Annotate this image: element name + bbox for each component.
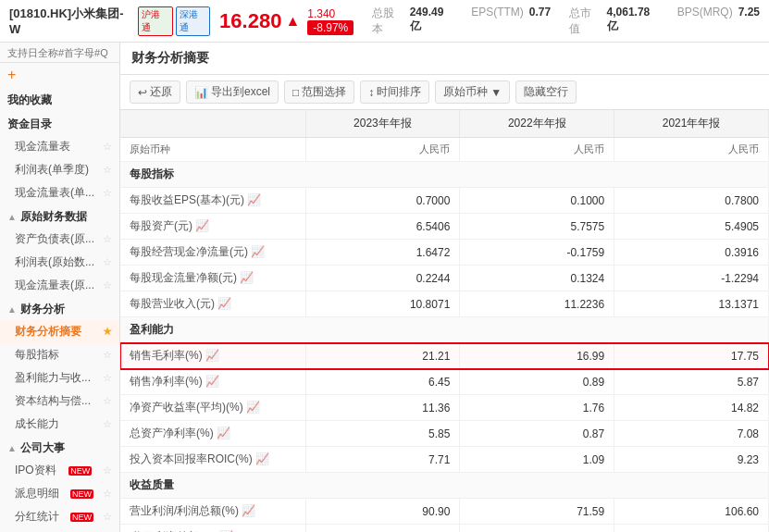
table-row: 每股现金流量净额(元) 📈 0.2244 0.1324 -1.2294: [120, 266, 769, 291]
table-row: 每股营业收入(元) 📈 10.8071 11.2236 13.1371: [120, 291, 769, 317]
sidebar-search-input[interactable]: [7, 47, 120, 58]
sidebar-item-profitability[interactable]: 盈利能力与收... ☆: [0, 366, 119, 390]
metric-name: 销售毛利率(%) 📈: [120, 343, 305, 369]
value-2021: 0.7800: [614, 188, 769, 214]
collapse-icon: ▲: [7, 304, 17, 315]
chart-icon[interactable]: 📈: [195, 219, 209, 232]
sidebar-item-balance[interactable]: 资产负债表(原... ☆: [0, 228, 119, 251]
value-2022: 0.89: [460, 369, 614, 395]
sidebar-item-cashflow-single[interactable]: 现金流量表(单... ☆: [0, 181, 119, 204]
value-2021: 9.23: [614, 447, 769, 473]
sidebar-toolbar: 🔍 ◀: [0, 43, 119, 63]
value-2021: 13.1371: [614, 291, 769, 317]
star-icon[interactable]: ☆: [103, 141, 112, 153]
value-2023: 20.61: [305, 525, 460, 533]
time-sort-button[interactable]: ↕ 时间排序: [360, 80, 429, 104]
stat-total-shares: 总股本 249.49亿: [372, 6, 453, 37]
value-2022: 0.1324: [460, 266, 614, 291]
value-2021: 7.08: [614, 421, 769, 447]
value-2021: 14.82: [614, 395, 769, 421]
star-icon[interactable]: ☆: [103, 256, 112, 268]
table-row: 销售净利率(%) 📈 6.45 0.89 5.87: [120, 369, 769, 395]
chart-icon[interactable]: 📈: [247, 193, 261, 206]
export-excel-button[interactable]: 📊 导出到excel: [186, 80, 279, 104]
star-icon[interactable]: ☆: [103, 349, 112, 361]
chevron-down-icon: ▼: [490, 86, 502, 99]
total-shares-value: 249.49亿: [410, 6, 453, 37]
stat-market-cap: 总市值 4,061.78亿: [569, 6, 658, 37]
sidebar-item-ipo[interactable]: IPO资料 NEW ☆: [0, 459, 119, 482]
sidebar-category-analysis[interactable]: ▲ 财务分析: [0, 297, 119, 320]
sidebar-category-original[interactable]: ▲ 原始财务数据: [0, 204, 119, 228]
chart-icon[interactable]: 📈: [240, 271, 254, 284]
section-header-0: 每股指标: [120, 162, 769, 188]
sidebar-item-dividend-stats[interactable]: 分红统计 NEW ☆: [0, 505, 119, 528]
add-collection-button[interactable]: +: [7, 67, 16, 82]
chart-icon[interactable]: 📈: [205, 349, 219, 362]
star-icon[interactable]: ☆: [103, 187, 112, 199]
new-badge: NEW: [70, 513, 93, 522]
sidebar-item-capital[interactable]: 资本结构与偿... ☆: [0, 390, 119, 413]
sidebar-item-cashflow-orig[interactable]: 现金流量表(原... ☆: [0, 274, 119, 297]
table-row: 营业利润/利润总额(%) 📈 90.90 71.59 106.60: [120, 499, 769, 525]
chart-icon[interactable]: 📈: [251, 245, 265, 258]
col-header-2022: 2022年年报: [460, 110, 614, 138]
badge-hu[interactable]: 沪港通: [138, 6, 172, 36]
metric-name: 每股现金流量净额(元) 📈: [120, 266, 305, 291]
sidebar-item-per-share[interactable]: 每股指标 ☆: [0, 343, 119, 366]
chart-icon[interactable]: 📈: [242, 504, 255, 517]
star-icon[interactable]: ☆: [103, 464, 112, 476]
table-row: 净资产收益率(平均)(%) 📈 11.36 1.76 14.82: [120, 395, 769, 421]
chart-icon[interactable]: 📈: [246, 401, 260, 414]
financial-table: 2023年年报 2022年年报 2021年年报 原始币种 人民币 人民币 人民币…: [120, 110, 769, 532]
main-container: 🔍 ◀ + 我的收藏 资金目录 现金流量表 ☆ 利润表(单季度) ☆ 现金流量表…: [0, 43, 769, 532]
star-icon[interactable]: ☆: [103, 395, 112, 407]
stock-price: 16.280: [219, 9, 281, 33]
range-select-button[interactable]: □ 范围选择: [284, 80, 354, 104]
value-2022: 11.2236: [460, 291, 614, 317]
value-2021: 5.4905: [614, 214, 769, 240]
restore-icon: ↩: [138, 86, 147, 99]
star-icon[interactable]: ☆: [103, 511, 112, 523]
col-header-2021: 2021年年报: [614, 110, 769, 138]
star-icon[interactable]: ☆: [103, 372, 112, 384]
sidebar-my-collection: 我的收藏: [0, 87, 119, 111]
restore-button[interactable]: ↩ 还原: [130, 80, 180, 104]
chart-icon[interactable]: 📈: [255, 452, 269, 465]
currency-row: 原始币种 人民币 人民币 人民币: [120, 138, 769, 162]
star-icon[interactable]: ☆: [103, 233, 112, 245]
metric-name: 每股营业收入(元) 📈: [120, 291, 305, 317]
value-2023: 7.71: [305, 447, 460, 473]
collapse-icon: ▲: [7, 212, 17, 222]
chart-icon[interactable]: 📈: [205, 375, 219, 388]
price-change-pct: -8.97%: [307, 20, 353, 35]
sidebar-item-income-quarter[interactable]: 利润表(单季度) ☆: [0, 158, 119, 181]
col-header-name: [120, 110, 305, 138]
star-icon[interactable]: ☆: [103, 279, 112, 291]
sidebar-item-summary[interactable]: 财务分析摘要 ★: [0, 320, 119, 343]
star-icon[interactable]: ★: [103, 326, 112, 338]
chart-icon[interactable]: 📈: [217, 427, 230, 439]
currency-select[interactable]: 原始币种 ▼: [435, 80, 510, 104]
metric-name: 净资产收益率(平均)(%) 📈: [120, 395, 305, 421]
star-icon[interactable]: ☆: [103, 488, 112, 500]
new-badge: NEW: [70, 489, 93, 499]
sidebar-item-income-orig[interactable]: 利润表(原始数... ☆: [0, 251, 119, 274]
table-row: 总资产净利率(%) 📈 5.85 0.87 7.08: [120, 421, 769, 447]
chart-icon[interactable]: 📈: [217, 297, 231, 310]
hide-row-button[interactable]: 隐藏空行: [515, 80, 577, 104]
sidebar-item-growth[interactable]: 成长能力 ☆: [0, 413, 119, 436]
star-icon[interactable]: ☆: [103, 418, 112, 430]
new-badge: NEW: [68, 466, 92, 476]
sidebar-item-dividend-detail[interactable]: 派息明细 NEW ☆: [0, 482, 119, 505]
badge-shen[interactable]: 深港通: [176, 6, 210, 36]
sidebar-category-company[interactable]: ▲ 公司大事: [0, 436, 119, 459]
star-icon[interactable]: ☆: [103, 164, 112, 176]
sidebar-item-buyback[interactable]: 股票回购 ☆: [0, 528, 119, 532]
price-change-container: 1.340 -8.97%: [307, 7, 353, 35]
market-cap-label: 总市值: [569, 6, 601, 37]
value-2022: 1.76: [460, 395, 614, 421]
sidebar-item-cashflow[interactable]: 现金流量表 ☆: [0, 135, 119, 158]
bps-value: 7.25: [738, 6, 760, 37]
table-row: 销售毛利率(%) 📈 21.21 16.99 17.75: [120, 343, 769, 369]
